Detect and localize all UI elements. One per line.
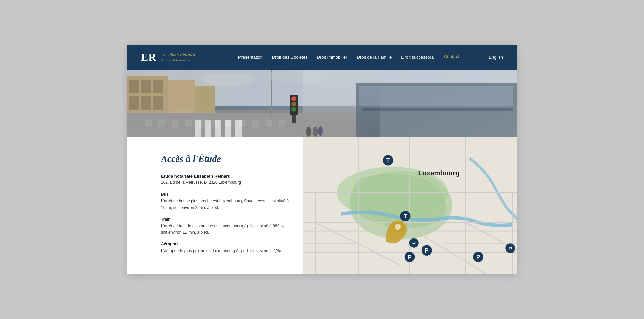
transport-train-desc: L'arrêt de train le plus proche est Luxe… (161, 223, 289, 236)
svg-point-24 (306, 127, 311, 137)
nav-droit-societes[interactable]: Droit des Sociétés (272, 55, 308, 60)
svg-rect-7 (153, 96, 163, 110)
nav-droit-immobilier[interactable]: Droit Immobilier (317, 55, 347, 60)
nav-presentation[interactable]: Présentation (238, 55, 263, 60)
svg-text:P: P (408, 254, 411, 260)
svg-text:P: P (412, 240, 416, 246)
svg-point-53 (395, 224, 401, 230)
svg-rect-14 (225, 120, 231, 137)
svg-point-28 (201, 73, 255, 86)
logo-subtitle: Notaire à Luxembourg (161, 58, 195, 62)
svg-point-22 (291, 102, 296, 106)
svg-point-23 (291, 107, 296, 112)
nav-contact[interactable]: Contact (444, 54, 459, 60)
svg-rect-17 (359, 86, 513, 106)
svg-text:Luxembourg: Luxembourg (418, 169, 460, 177)
transport-bus-desc: L'arrêt de bus le plus proche est Luxemb… (161, 198, 289, 211)
svg-point-29 (262, 70, 329, 82)
nav-english[interactable]: English (489, 55, 503, 60)
hero-image (127, 70, 517, 137)
transport-airport-desc: L'aéroport le plus proche est Luxembourg… (161, 248, 289, 254)
svg-text:P: P (476, 254, 480, 260)
svg-rect-10 (127, 113, 362, 137)
text-panel: Accès à l'Étude Étude notariale Élisabet… (127, 137, 303, 274)
svg-point-26 (318, 126, 323, 136)
logo-area[interactable]: ER Elisabeth Reinard Notaire à Luxembour… (141, 51, 195, 63)
transport-train-title: Train (161, 217, 289, 222)
svg-rect-2 (129, 80, 139, 93)
svg-rect-15 (235, 120, 241, 137)
svg-rect-4 (153, 80, 163, 93)
svg-text:P: P (425, 247, 429, 254)
navbar: ER Elisabeth Reinard Notaire à Luxembour… (127, 45, 517, 70)
transport-bus-title: Bus (161, 192, 289, 197)
address-line: 102, Bd de la Pétrusse, L- 2320 Luxembou… (161, 180, 289, 185)
svg-rect-13 (215, 120, 221, 137)
svg-rect-11 (195, 120, 201, 137)
browser-window: ER Elisabeth Reinard Notaire à Luxembour… (127, 45, 517, 274)
svg-rect-3 (141, 80, 151, 93)
transport-airport-block: Aéroport L'aéroport le plus proche est L… (161, 242, 289, 254)
svg-rect-5 (129, 96, 139, 110)
logo-er-letters: ER (141, 51, 156, 63)
map-panel[interactable]: Luxembourg T T P P P (303, 137, 517, 274)
svg-point-21 (291, 96, 296, 101)
logo-name: Elisabeth Reinard (161, 52, 195, 58)
svg-rect-12 (205, 120, 211, 137)
svg-rect-18 (362, 108, 513, 111)
address-name: Étude notariale Élisabeth Reinard (161, 174, 289, 179)
nav-droit-famille[interactable]: Droit de la Famille (357, 55, 392, 60)
section-title: Accès à l'Étude (161, 153, 289, 164)
transport-train-block: Train L'arrêt de train le plus proche es… (161, 217, 289, 236)
transport-bus-block: Bus L'arrêt de bus le plus proche est Lu… (161, 192, 289, 211)
svg-text:P: P (508, 245, 512, 251)
nav-links: Présentation Droit des Sociétés Droit Im… (208, 54, 489, 60)
svg-text:T: T (404, 213, 407, 219)
svg-text:T: T (386, 157, 390, 164)
logo-text: Elisabeth Reinard Notaire à Luxembourg (161, 52, 195, 62)
svg-rect-6 (141, 96, 151, 110)
transport-airport-title: Aéroport (161, 242, 289, 246)
content-section: Accès à l'Étude Étude notariale Élisabet… (127, 137, 517, 274)
nav-droit-successoral[interactable]: Droit successoral (401, 55, 435, 60)
svg-point-25 (313, 127, 318, 137)
